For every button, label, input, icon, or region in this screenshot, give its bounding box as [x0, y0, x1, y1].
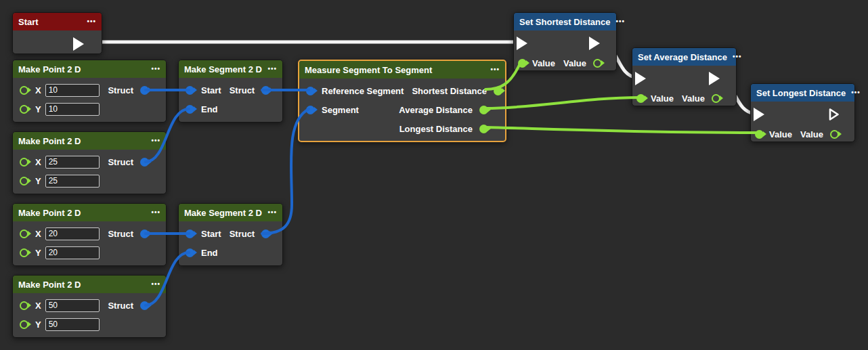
node-header[interactable]: Make Point 2 D •••	[13, 60, 166, 78]
node-title: Start	[18, 17, 39, 27]
node-make-point-4[interactable]: Make Point 2 D ••• X Struct Y	[12, 275, 167, 338]
node-header[interactable]: Set Longest Distance •••	[751, 84, 854, 102]
menu-icon[interactable]: •••	[485, 66, 500, 73]
y-input-pin[interactable]	[20, 177, 28, 185]
node-start[interactable]: Start •••	[12, 12, 102, 54]
exec-out-pin[interactable]	[709, 72, 720, 85]
menu-icon[interactable]: •••	[146, 281, 160, 288]
input-label: Start	[201, 229, 221, 239]
node-graph-canvas[interactable]: Start ••• Make Point 2 D ••• X Struct	[0, 0, 868, 350]
menu-icon[interactable]: •••	[146, 137, 160, 144]
node-title: Make Point 2 D	[18, 136, 81, 146]
x-input-pin[interactable]	[20, 86, 28, 95]
node-title: Make Segment 2 D	[184, 64, 262, 74]
menu-icon[interactable]: •••	[146, 209, 160, 216]
node-title: Make Segment 2 D	[184, 208, 262, 218]
value-in-label: Value	[651, 93, 674, 104]
x-value-input[interactable]	[45, 227, 100, 240]
node-header[interactable]: Make Point 2 D •••	[13, 276, 166, 293]
node-set-average-distance[interactable]: Set Average Distance ••• Value Value	[632, 47, 737, 106]
input-label: Segment	[322, 105, 359, 115]
exec-in-pin[interactable]	[517, 37, 527, 50]
node-title: Set Average Distance	[638, 52, 727, 62]
value-output-pin[interactable]	[712, 94, 720, 103]
input-label: End	[201, 104, 218, 114]
value-input-pin[interactable]	[755, 130, 764, 139]
node-make-point-2[interactable]: Make Point 2 D ••• X Struct Y	[12, 131, 167, 194]
menu-icon[interactable]: •••	[146, 66, 160, 72]
input-label: X	[35, 229, 41, 239]
y-value-input[interactable]	[45, 318, 100, 331]
node-header[interactable]: Make Segment 2 D •••	[179, 204, 282, 221]
output-label: Struct	[230, 85, 255, 95]
menu-icon[interactable]: •••	[262, 209, 277, 216]
menu-icon[interactable]: •••	[846, 89, 861, 96]
node-title: Make Point 2 D	[18, 64, 81, 74]
y-input-pin[interactable]	[20, 320, 28, 329]
menu-icon[interactable]: •••	[610, 18, 625, 25]
exec-out-pin[interactable]	[589, 37, 600, 50]
input-label: X	[35, 301, 41, 311]
y-value-input[interactable]	[45, 246, 100, 259]
node-title: Make Point 2 D	[18, 280, 81, 290]
node-header[interactable]: Start •••	[13, 13, 102, 30]
value-output-pin[interactable]	[830, 130, 839, 139]
output-label: Struct	[108, 229, 133, 239]
node-title: Measure Segment To Segment	[305, 65, 432, 75]
output-label: Struct	[108, 85, 133, 95]
x-value-input[interactable]	[45, 84, 100, 97]
node-title: Set Shortest Distance	[519, 17, 610, 27]
y-value-input[interactable]	[45, 103, 100, 116]
input-label: X	[35, 85, 41, 95]
node-set-shortest-distance[interactable]: Set Shortest Distance ••• Value Value	[513, 12, 617, 71]
exec-in-pin[interactable]	[635, 72, 646, 85]
input-label: Y	[35, 320, 41, 330]
value-out-label: Value	[800, 129, 823, 139]
value-output-pin[interactable]	[593, 59, 602, 68]
x-value-input[interactable]	[45, 156, 100, 169]
value-in-label: Value	[769, 129, 792, 139]
x-input-pin[interactable]	[20, 229, 28, 238]
input-label: Y	[35, 248, 41, 258]
node-set-longest-distance[interactable]: Set Longest Distance ••• Value Value	[750, 83, 855, 142]
x-value-input[interactable]	[45, 299, 100, 312]
y-input-pin[interactable]	[20, 105, 28, 114]
output-label: Average Distance	[399, 105, 473, 115]
input-label: Reference Segment	[322, 86, 404, 96]
output-label: Shortest Distance	[412, 86, 487, 96]
node-header[interactable]: Make Point 2 D •••	[13, 132, 166, 150]
node-title: Set Longest Distance	[756, 88, 846, 98]
node-measure-segment-to-segment[interactable]: Measure Segment To Segment ••• Reference…	[298, 60, 506, 142]
node-make-point-1[interactable]: Make Point 2 D ••• X Struct Y	[12, 60, 167, 123]
node-header[interactable]: Make Segment 2 D •••	[179, 60, 282, 78]
exec-out-pin[interactable]	[829, 108, 840, 121]
node-make-point-3[interactable]: Make Point 2 D ••• X Struct Y	[12, 203, 167, 266]
input-label: X	[35, 157, 41, 167]
node-header[interactable]: Measure Segment To Segment •••	[299, 61, 505, 79]
menu-icon[interactable]: •••	[727, 53, 742, 60]
value-out-label: Value	[563, 58, 586, 68]
average-distance-output-pin[interactable]	[479, 106, 488, 114]
output-label: Struct	[108, 157, 133, 167]
x-input-pin[interactable]	[20, 301, 28, 310]
exec-in-pin[interactable]	[754, 108, 764, 121]
input-label: Start	[201, 85, 221, 95]
value-in-label: Value	[532, 58, 555, 68]
node-title: Make Point 2 D	[18, 208, 81, 218]
node-header[interactable]: Make Point 2 D •••	[13, 204, 166, 221]
input-label: Y	[35, 104, 41, 114]
x-input-pin[interactable]	[20, 158, 28, 167]
wire-longest-distance-to-set-longest[interactable]	[485, 127, 758, 133]
input-label: End	[201, 248, 218, 258]
menu-icon[interactable]: •••	[262, 66, 277, 72]
node-header[interactable]: Set Average Distance •••	[632, 48, 736, 66]
exec-out-pin[interactable]	[73, 37, 84, 51]
menu-icon[interactable]: •••	[81, 18, 96, 25]
wire-average-distance-to-set-average[interactable]	[485, 97, 639, 108]
y-input-pin[interactable]	[20, 248, 28, 257]
value-out-label: Value	[682, 93, 705, 104]
y-value-input[interactable]	[45, 175, 100, 188]
output-label: Struct	[230, 229, 255, 239]
output-label: Longest Distance	[399, 124, 473, 134]
node-header[interactable]: Set Shortest Distance •••	[514, 13, 616, 30]
